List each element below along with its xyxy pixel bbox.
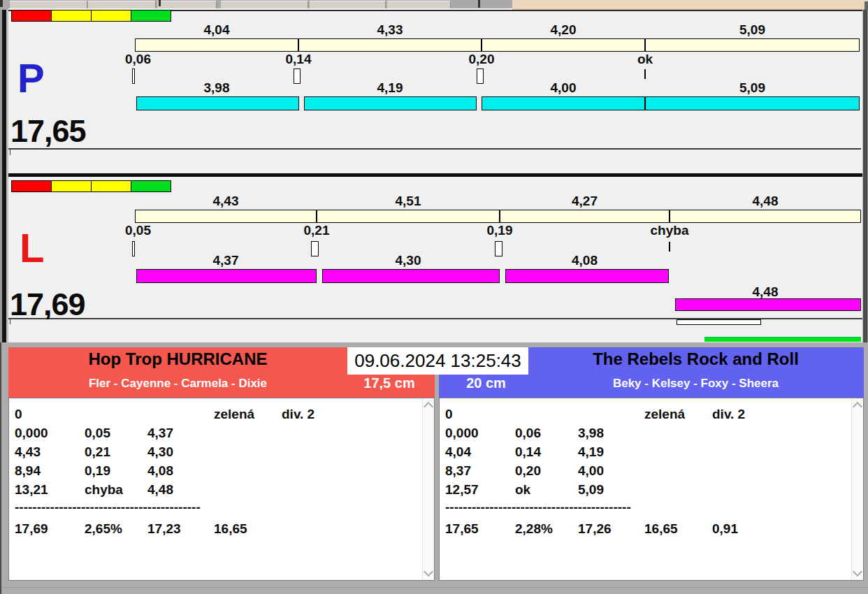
- split-cell: 8,94: [15, 463, 41, 479]
- crossing-error-marker: [669, 242, 670, 252]
- scroll-up-icon[interactable]: [424, 402, 433, 412]
- division-label: div. 2: [712, 406, 745, 423]
- run-time-label: 4,19: [298, 81, 482, 95]
- results-section: Hop Trop HURRICANE Fler - Cayenne - Carm…: [0, 342, 868, 594]
- window-left-border: [0, 10, 8, 342]
- traffic-yellow-light: [51, 180, 92, 192]
- toolbar-corner-mark: [0, 0, 3, 7]
- split-time-label: 4,51: [317, 194, 500, 208]
- crossing-label: ok: [610, 52, 680, 66]
- run-time-bar: [136, 269, 317, 283]
- table-scrollbar[interactable]: [851, 398, 863, 580]
- time-cell: 4,30: [147, 444, 173, 461]
- split-cell: 0,000: [15, 425, 48, 442]
- light-status: zelená: [214, 406, 254, 423]
- time-cell: 4,00: [578, 463, 604, 479]
- desktop-strip: [512, 0, 868, 10]
- crossing-label: 0,20: [447, 52, 516, 66]
- traffic-yellow-light: [51, 10, 92, 22]
- run-time-label: 4,30: [317, 254, 500, 268]
- jump-height: 20 cm: [446, 375, 526, 391]
- results-table-left[interactable]: 0 zelená div. 2 0,000 0,05 4,37 4,43 0,2…: [8, 398, 435, 581]
- toolbar-button[interactable]: [88, 1, 156, 8]
- run-time-label: 4,37: [135, 254, 317, 268]
- split-time-label: 4,33: [298, 23, 482, 37]
- results-table-right[interactable]: 0 zelená div. 2 0,000 0,06 3,98 4,04 0,1…: [439, 398, 864, 581]
- window-right-border: [862, 10, 868, 342]
- team-name: Hop Trop HURRICANE: [8, 349, 347, 369]
- loss-percent: 2,65%: [85, 521, 122, 537]
- run-time-label: 4,00: [482, 81, 645, 95]
- lane-baseline: [8, 148, 861, 150]
- lane-panel-l: 4,43 4,51 4,27 4,48 0,05 0,21 0,19 chyba…: [8, 177, 862, 319]
- run-time-bar: [645, 96, 860, 110]
- cross-cell: chyba: [85, 481, 123, 498]
- toolbar-button[interactable]: [310, 1, 386, 8]
- split-time-bar: [135, 210, 861, 223]
- crossing-label: 0,19: [465, 224, 535, 238]
- cross-cell: 0,19: [85, 463, 110, 479]
- toolbar-divider: [478, 0, 480, 8]
- split-time-label: 4,20: [482, 23, 645, 37]
- progress-strip: [8, 319, 862, 342]
- run-time-label: 5,09: [645, 81, 860, 95]
- time-cell: 4,08: [147, 463, 173, 479]
- scroll-up-icon[interactable]: [853, 402, 862, 412]
- jump-height: 17,5 cm: [344, 375, 435, 391]
- start-traffic-light: [12, 10, 171, 22]
- total-time: 17,65: [445, 521, 479, 537]
- time-cell: 5,09: [578, 481, 604, 498]
- run-counter: 0: [445, 406, 453, 423]
- run-time-bar: [136, 96, 299, 110]
- lane-panel-p: 4,04 4,33 4,20 5,09 0,06 0,14 0,20 ok 3,…: [8, 10, 862, 173]
- run-time-bar: [322, 269, 500, 283]
- time-cell: 4,48: [147, 481, 173, 498]
- split-cell: 8,37: [445, 463, 471, 479]
- scroll-down-icon[interactable]: [424, 567, 433, 577]
- toolbar-button[interactable]: [221, 1, 308, 8]
- cross-cell: 0,14: [515, 444, 541, 461]
- diff-time: 0,91: [712, 521, 738, 537]
- datetime-display: 09.06.2024 13:25:43: [347, 347, 528, 375]
- crossing-label: 0,14: [263, 52, 333, 66]
- time-cell: 4,37: [147, 425, 173, 442]
- light-status: zelená: [644, 406, 685, 423]
- crossing-ok-marker: [644, 69, 646, 79]
- run-time-label: 4,48: [670, 285, 861, 299]
- loss-percent: 2,28%: [515, 521, 553, 537]
- baseline-tick: [10, 319, 10, 324]
- table-scrollbar[interactable]: [422, 398, 434, 580]
- scroll-down-icon[interactable]: [853, 567, 862, 577]
- run-time-bar: [304, 96, 477, 110]
- cross-cell: 0,20: [515, 463, 541, 479]
- split-cell: 12,57: [445, 481, 479, 498]
- split-divider: [499, 210, 500, 222]
- traffic-red-light: [11, 10, 52, 22]
- split-divider: [481, 39, 482, 51]
- crossing-label: chyba: [635, 224, 704, 238]
- lane-letter: L: [20, 230, 44, 266]
- crossing-label: 0,05: [125, 224, 188, 238]
- toolbar-button[interactable]: [157, 1, 217, 8]
- team-name: The Rebels Rock and Roll: [528, 349, 864, 369]
- split-time-bar: [135, 38, 860, 52]
- run-counter: 0: [15, 406, 22, 423]
- toolbar-button[interactable]: [10, 1, 87, 8]
- division-label: div. 2: [282, 406, 314, 423]
- team-dogs: Beky - Kelsey - Foxy - Sheera: [528, 377, 864, 391]
- progress-green-bar: [704, 337, 861, 342]
- progress-outline-box: [677, 319, 761, 325]
- background-toolbar: [0, 0, 868, 10]
- run-time-bar-running: [675, 298, 861, 311]
- net-time: 17,26: [578, 521, 612, 537]
- run-time-bar: [505, 269, 669, 283]
- net-time: 17,23: [147, 521, 181, 537]
- divider-dashes: ----------------------------------------…: [445, 499, 631, 516]
- split-divider: [298, 39, 299, 51]
- split-cell: 13,21: [15, 481, 48, 498]
- divider-dashes: ----------------------------------------…: [15, 499, 201, 516]
- run-time-bar: [482, 96, 645, 110]
- toolbar-button[interactable]: [387, 1, 451, 8]
- split-time-label: 4,27: [500, 194, 670, 208]
- split-time-label: 4,43: [135, 194, 317, 208]
